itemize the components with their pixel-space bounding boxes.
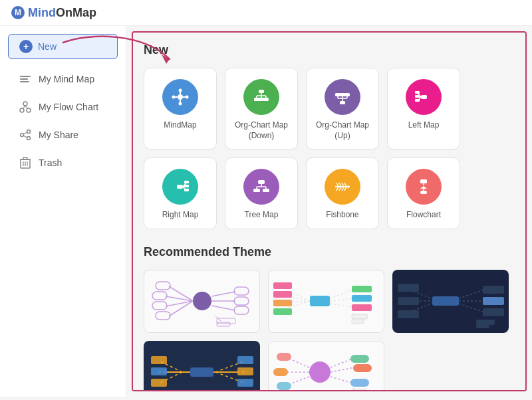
svg-rect-160 — [350, 355, 369, 363]
svg-rect-126 — [432, 296, 459, 306]
new-button[interactable]: + New — [8, 34, 118, 59]
svg-marker-78 — [348, 185, 350, 189]
svg-rect-131 — [483, 297, 504, 305]
fishbone-label: Fishbone — [326, 210, 358, 221]
svg-line-159 — [331, 377, 352, 383]
svg-rect-109 — [273, 300, 292, 306]
tree-map-label: Tree Map — [245, 210, 279, 221]
svg-point-7 — [27, 108, 31, 112]
svg-rect-138 — [151, 356, 167, 364]
theme-grid — [144, 270, 515, 391]
svg-rect-54 — [415, 99, 420, 102]
my-flow-chart-icon — [19, 100, 32, 114]
svg-line-158 — [331, 367, 354, 372]
theme2-svg — [273, 273, 380, 330]
svg-line-8 — [23, 106, 25, 108]
sidebar-item-my-share[interactable]: My Share — [5, 122, 120, 148]
svg-rect-154 — [277, 353, 291, 361]
my-mind-map-label: My Mind Map — [39, 74, 94, 84]
svg-rect-4 — [20, 81, 29, 82]
svg-point-150 — [309, 361, 331, 383]
theme-item-5[interactable] — [268, 341, 384, 391]
sidebar-item-my-mind-map[interactable]: My Mind Map — [5, 66, 120, 92]
svg-rect-41 — [344, 93, 350, 96]
theme-item-3[interactable] — [392, 270, 509, 333]
svg-rect-92 — [156, 312, 170, 320]
svg-point-28 — [172, 96, 176, 99]
svg-rect-108 — [273, 291, 292, 298]
map-type-flowchart[interactable]: Flowchart — [387, 157, 460, 229]
svg-rect-55 — [177, 185, 183, 189]
svg-rect-48 — [421, 95, 427, 99]
mindmap-icon — [162, 79, 198, 115]
my-share-label: My Share — [39, 130, 78, 140]
svg-rect-83 — [420, 191, 427, 194]
sidebar-item-trash[interactable]: Trash — [5, 150, 120, 176]
svg-rect-90 — [152, 292, 167, 300]
right-map-icon — [162, 169, 198, 205]
svg-rect-38 — [263, 98, 269, 101]
map-type-left-map[interactable]: Left Map — [387, 68, 460, 150]
svg-rect-140 — [151, 379, 167, 387]
flowchart-icon — [406, 169, 442, 205]
map-type-fishbone[interactable]: Fishbone — [306, 157, 379, 229]
svg-rect-62 — [258, 180, 265, 184]
map-type-tree-map[interactable]: Tree Map — [225, 157, 298, 229]
svg-rect-124 — [398, 297, 419, 305]
map-type-org-chart-down[interactable]: Org-Chart Map (Down) — [225, 68, 298, 150]
svg-rect-118 — [352, 314, 368, 319]
svg-line-93 — [211, 292, 235, 296]
svg-rect-125 — [398, 310, 419, 318]
svg-line-157 — [331, 359, 352, 367]
trash-label: Trash — [39, 157, 62, 168]
svg-rect-30 — [259, 90, 264, 93]
sidebar-item-my-flow-chart[interactable]: My Flow Chart — [5, 94, 120, 120]
svg-line-9 — [25, 106, 27, 108]
svg-rect-107 — [273, 282, 292, 289]
svg-line-14 — [23, 136, 27, 138]
svg-rect-96 — [234, 287, 249, 295]
svg-rect-102 — [310, 296, 330, 306]
org-chart-down-icon — [243, 79, 279, 115]
svg-rect-97 — [234, 297, 249, 305]
svg-point-21 — [178, 94, 183, 100]
svg-rect-3 — [20, 78, 28, 80]
svg-rect-115 — [352, 295, 372, 302]
map-type-mindmap[interactable]: MindMap — [144, 68, 217, 150]
svg-rect-110 — [273, 308, 292, 315]
svg-rect-98 — [234, 306, 249, 314]
svg-rect-119 — [352, 319, 364, 324]
logo-icon: M — [11, 5, 25, 20]
header: M MindOnMap — [0, 0, 532, 26]
svg-rect-37 — [259, 98, 264, 101]
svg-rect-155 — [273, 368, 288, 376]
app-layout: + New My Mind Map My Flow Chart My Share — [0, 26, 532, 397]
map-type-org-chart-up[interactable]: Org-Chart Map (Up) — [306, 68, 379, 150]
right-map-label: Right Map — [162, 210, 199, 221]
map-type-right-map[interactable]: Right Map — [144, 157, 217, 229]
theme-item-1[interactable] — [144, 270, 260, 333]
svg-rect-147 — [190, 367, 213, 377]
sidebar: + New My Mind Map My Flow Chart My Share — [0, 26, 126, 397]
logo-on-text: On — [56, 6, 72, 19]
my-share-icon — [19, 128, 32, 142]
org-chart-up-icon — [325, 79, 360, 115]
svg-rect-36 — [254, 98, 259, 101]
svg-rect-139 — [151, 367, 167, 375]
my-flow-chart-label: My Flow Chart — [39, 102, 98, 112]
my-mind-map-icon — [19, 72, 32, 86]
svg-rect-134 — [476, 325, 489, 328]
svg-rect-164 — [352, 389, 366, 391]
svg-rect-39 — [335, 93, 340, 96]
svg-rect-52 — [415, 91, 420, 94]
svg-marker-81 — [420, 186, 427, 189]
theme-item-2[interactable] — [268, 270, 384, 333]
fishbone-icon — [325, 169, 360, 205]
svg-rect-53 — [415, 95, 420, 98]
svg-rect-116 — [352, 304, 372, 311]
svg-rect-132 — [483, 308, 504, 316]
theme-item-4[interactable] — [144, 341, 260, 391]
svg-rect-2 — [20, 76, 31, 77]
svg-rect-144 — [237, 356, 253, 364]
svg-rect-17 — [23, 157, 27, 159]
